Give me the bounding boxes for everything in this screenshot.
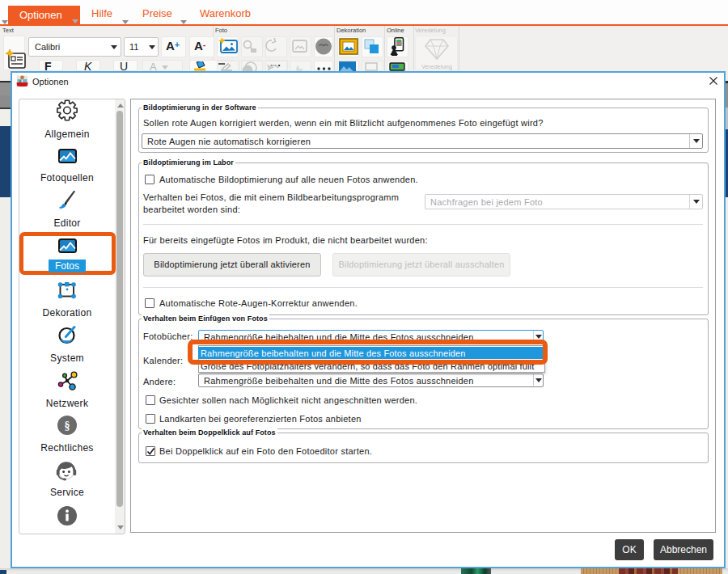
svg-text:§: § <box>65 420 70 432</box>
